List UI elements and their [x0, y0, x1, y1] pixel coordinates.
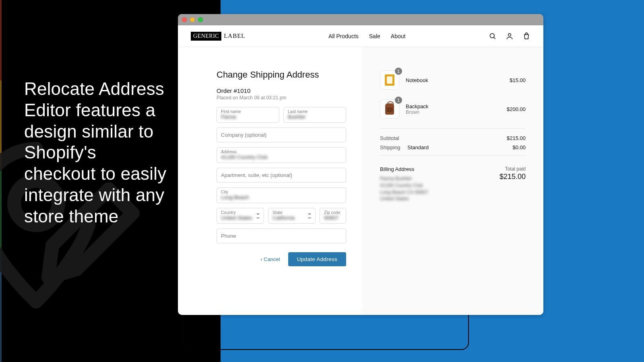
svg-point-1	[490, 33, 494, 38]
company-field[interactable]: Company (optional)	[217, 128, 346, 142]
product-variant: Brown	[406, 109, 428, 115]
backpack-icon	[385, 103, 394, 115]
address-field[interactable]: Address 41180 Country Club	[217, 147, 346, 163]
address-value: 41180 Country Club	[221, 154, 342, 160]
nav-links: All Products Sale About	[328, 33, 405, 39]
subtotal-value: $215.00	[507, 135, 526, 141]
product-name: Backpack	[406, 103, 428, 109]
city-field[interactable]: City Long Beach	[217, 187, 346, 203]
svg-point-3	[508, 33, 511, 36]
billing-address-label: Billing Address	[380, 166, 428, 172]
city-value: Long Beach	[221, 194, 342, 200]
promo-headline: Relocate Address Editor features a desig…	[24, 78, 169, 227]
state-label: State	[272, 210, 311, 215]
order-placed: Placed on March 09 at 03:21 pm	[217, 95, 346, 101]
total-paid-label: Total paid	[500, 166, 526, 172]
phone-field[interactable]: Phone	[217, 228, 346, 243]
search-icon[interactable]	[489, 32, 497, 40]
first-name-label: First name	[221, 109, 275, 114]
country-select[interactable]: Country United States	[217, 208, 264, 224]
country-value: United States	[221, 215, 260, 221]
company-placeholder: Company (optional)	[221, 132, 342, 138]
account-icon[interactable]	[506, 32, 514, 40]
apartment-placeholder: Apartment, suite, etc (optional)	[221, 172, 342, 178]
city-label: City	[221, 189, 342, 194]
minimize-icon[interactable]	[190, 17, 195, 22]
page-title: Change Shipping Address	[217, 70, 346, 80]
close-icon[interactable]	[182, 17, 187, 22]
apartment-field[interactable]: Apartment, suite, etc (optional)	[217, 168, 346, 183]
order-summary: 1 Notebook $15.00 1 Backpack Brown	[362, 47, 543, 315]
notebook-icon	[385, 74, 394, 86]
zip-label: Zip code	[324, 210, 342, 215]
brand-logo[interactable]: GENERIC LABEL	[191, 32, 246, 41]
address-label: Address	[221, 149, 342, 154]
svg-line-2	[494, 37, 495, 39]
brand-logo-word: LABEL	[224, 33, 245, 39]
last-name-value: Buehler	[288, 114, 342, 120]
address-form: Change Shipping Address Order #1010 Plac…	[217, 70, 346, 315]
order-number: Order #1010	[217, 87, 346, 94]
state-value: California	[272, 215, 311, 221]
product-price: $15.00	[510, 77, 526, 83]
cancel-link[interactable]: ‹ Cancel	[260, 256, 280, 262]
brand-logo-inverted: GENERIC	[191, 32, 221, 41]
last-name-field[interactable]: Last name Buehler	[283, 107, 346, 123]
product-price: $200.00	[507, 106, 526, 112]
shipping-method: Standard	[407, 144, 429, 150]
update-address-button[interactable]: Update Address	[288, 252, 346, 266]
state-select[interactable]: State California	[268, 208, 316, 224]
line-item: 1 Notebook $15.00	[380, 70, 526, 90]
nav-link-all-products[interactable]: All Products	[328, 33, 359, 39]
product-thumb: 1	[380, 99, 399, 119]
zip-value: 90807	[324, 215, 342, 221]
qty-badge: 1	[395, 97, 402, 104]
qty-badge: 1	[395, 68, 402, 75]
shipping-cost: $0.00	[512, 144, 526, 150]
first-name-value: Panna	[221, 114, 275, 120]
cart-icon[interactable]	[522, 32, 530, 40]
product-thumb: 1	[380, 70, 399, 90]
total-paid-value: $215.00	[500, 173, 526, 181]
country-label: Country	[221, 210, 260, 215]
last-name-label: Last name	[288, 109, 342, 114]
line-item: 1 Backpack Brown $200.00	[380, 99, 526, 119]
app-window: GENERIC LABEL All Products Sale About Ch…	[178, 14, 543, 315]
shipping-label: Shipping	[380, 144, 400, 150]
first-name-field[interactable]: First name Panna	[217, 107, 279, 123]
billing-address-value: Panna Buehler 41180 Country Club Long Be…	[380, 175, 428, 202]
top-nav: GENERIC LABEL All Products Sale About	[178, 25, 543, 47]
phone-placeholder: Phone	[221, 233, 342, 239]
nav-link-sale[interactable]: Sale	[369, 33, 380, 39]
product-name: Notebook	[406, 77, 428, 83]
zip-field[interactable]: Zip code 90807	[320, 208, 346, 224]
zoom-icon[interactable]	[198, 17, 203, 22]
window-titlebar	[178, 14, 543, 25]
subtotal-label: Subtotal	[380, 135, 399, 141]
nav-link-about[interactable]: About	[391, 33, 406, 39]
